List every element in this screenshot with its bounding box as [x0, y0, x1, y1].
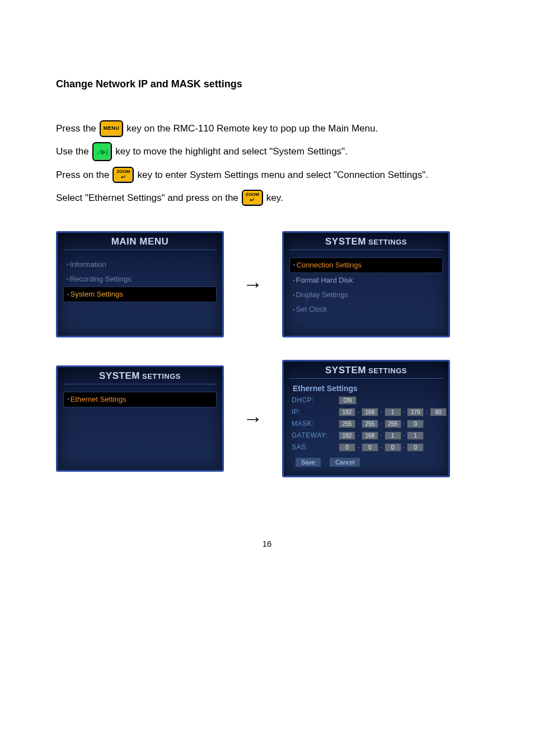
mask-octet-2[interactable]: 255 [362, 420, 378, 428]
dot-icon: · [404, 409, 405, 415]
dot-icon: : [426, 409, 428, 415]
enter-icon: ↵ [121, 174, 126, 180]
menu-item-ethernet-settings[interactable]: Ethernet Settings [63, 392, 217, 407]
instruction-line-4: Select "Ethernet Settings" and press on … [56, 187, 478, 208]
main-menu-screen: MAIN MENU Information Recording Settings… [56, 231, 224, 337]
dot-icon: · [358, 433, 359, 439]
dot-icon: · [404, 433, 405, 439]
text-fragment: Select "Ethernet Settings" and press on … [56, 187, 238, 208]
gateway-octet-1[interactable]: 192 [339, 431, 355, 440]
screenshot-row-2: SYSTEM SETTINGS Ethernet Settings → SYST… [56, 360, 478, 477]
screen-title: SYSTEM SETTINGS [325, 365, 407, 376]
dot-icon: · [404, 421, 405, 427]
title-text-big: SYSTEM [99, 370, 140, 381]
screen-title: MAIN MENU [111, 236, 169, 247]
divider [63, 250, 217, 251]
dot-icon: · [358, 421, 359, 427]
dhcp-value[interactable]: ON [339, 396, 357, 405]
text-fragment: Press on the [56, 165, 109, 185]
dot-icon: · [404, 444, 405, 450]
menu-item-set-clock[interactable]: Set Clock [289, 302, 443, 317]
divider [289, 250, 443, 251]
menu-item-system-settings[interactable]: System Settings [63, 287, 217, 302]
gateway-octet-2[interactable]: 168 [362, 431, 378, 440]
page-number: 16 [56, 539, 478, 548]
menu-item-recording[interactable]: Recording Settings [63, 272, 217, 287]
title-text-big: SYSTEM [325, 365, 366, 375]
dot-icon: · [358, 444, 359, 450]
ip-row: 192· 168· 1· 179: 80 [339, 408, 447, 416]
instruction-line-2: Use the ↓/▶| key to move the highlight a… [56, 141, 478, 162]
screen-title: SYSTEM SETTINGS [325, 236, 407, 247]
page-heading: Change Network IP and MASK settings [56, 78, 478, 90]
save-button[interactable]: Save [295, 457, 321, 467]
divider [63, 384, 217, 385]
system-settings-screen-2: SYSTEM SETTINGS Ethernet Settings [56, 365, 224, 472]
zoom-key-icon: ZOOM ↵ [242, 190, 263, 206]
text-fragment: Use the [56, 141, 89, 162]
screenshot-row-1: MAIN MENU Information Recording Settings… [56, 231, 478, 337]
key-label: MENU [104, 123, 120, 134]
cancel-button[interactable]: Cancel [329, 457, 360, 467]
ip-label: IP: [292, 408, 335, 416]
mask-octet-4[interactable]: 0 [407, 420, 424, 428]
menu-item-format-hard-disk[interactable]: Format Hard Disk [289, 273, 443, 288]
arrow-key-icon: ↓/▶| [92, 142, 113, 161]
ip-octet-3[interactable]: 1 [385, 408, 401, 416]
arrow-right-icon: → [237, 273, 269, 296]
instruction-line-3: Press on the ZOOM ↵ key to enter System … [56, 165, 478, 185]
ethernet-subheading: Ethernet Settings [293, 384, 442, 393]
dot-icon: · [381, 409, 382, 415]
ip-octet-2[interactable]: 168 [362, 408, 378, 416]
dot-icon: · [381, 421, 382, 427]
ip-octet-4[interactable]: 179 [407, 408, 424, 416]
instruction-line-1: Press the MENU key on the RMC-110 Remote… [56, 118, 478, 139]
text-fragment: Press the [56, 118, 96, 139]
ip-octet-1[interactable]: 192 [339, 408, 355, 416]
menu-item-connection-settings[interactable]: Connection Settings [289, 257, 443, 273]
sas-octet-4[interactable]: 0 [407, 443, 424, 452]
sas-octet-3[interactable]: 0 [385, 443, 401, 452]
ip-port[interactable]: 80 [430, 408, 447, 416]
ethernet-settings-screen: SYSTEM SETTINGS Ethernet Settings DHCP: … [282, 360, 450, 477]
title-text: MAIN MENU [111, 236, 169, 247]
dhcp-label: DHCP: [292, 396, 335, 405]
mask-octet-3[interactable]: 255 [385, 420, 401, 428]
mask-label: MASK: [292, 420, 335, 428]
divider [289, 378, 443, 379]
sas-label: SAS: [292, 443, 335, 452]
title-text-big: SYSTEM [325, 236, 366, 247]
menu-item-display-settings[interactable]: Display Settings [289, 288, 443, 302]
dot-icon: · [358, 409, 359, 415]
sas-octet-2[interactable]: 0 [362, 443, 378, 452]
system-settings-screen-1: SYSTEM SETTINGS Connection Settings Form… [282, 231, 450, 337]
mask-octet-1[interactable]: 255 [339, 420, 355, 428]
screen-title: SYSTEM SETTINGS [99, 370, 181, 382]
dot-icon: · [381, 444, 382, 450]
zoom-key-icon: ZOOM ↵ [113, 167, 134, 183]
menu-item-information[interactable]: Information [63, 257, 217, 272]
text-fragment: key on the RMC-110 Remote key to pop up … [127, 118, 378, 139]
text-fragment: key to move the highlight and select "Sy… [115, 141, 348, 162]
enter-icon: ↵ [250, 197, 255, 203]
text-fragment: key to enter System Settings menu and se… [137, 165, 428, 185]
sas-octet-1[interactable]: 0 [339, 443, 355, 452]
title-text-small: SETTINGS [140, 372, 181, 381]
mask-row: 255· 255· 255· 0 [339, 420, 447, 428]
menu-key-icon: MENU [100, 120, 124, 137]
dot-icon: · [381, 433, 382, 439]
instructions-block: Press the MENU key on the RMC-110 Remote… [56, 118, 478, 209]
title-text-small: SETTINGS [366, 238, 407, 246]
key-label: ↓/▶| [96, 145, 109, 158]
text-fragment: key. [266, 187, 283, 208]
title-text-small: SETTINGS [366, 367, 407, 375]
gateway-octet-3[interactable]: 1 [385, 431, 401, 440]
gateway-label: GATEWAY: [292, 431, 335, 440]
gateway-octet-4[interactable]: 1 [407, 431, 424, 440]
gateway-row: 192· 168· 1· 1 [339, 431, 447, 440]
sas-row: 0· 0· 0· 0 [339, 443, 447, 452]
arrow-right-icon: → [237, 407, 269, 430]
